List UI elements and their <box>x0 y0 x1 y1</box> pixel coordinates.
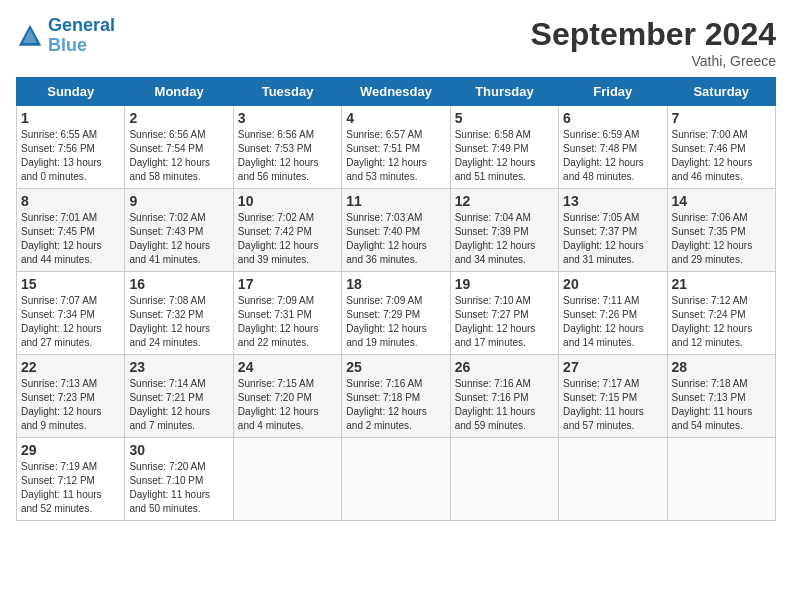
calendar-cell: 11Sunrise: 7:03 AMSunset: 7:40 PMDayligh… <box>342 189 450 272</box>
day-number: 30 <box>129 442 228 458</box>
calendar-cell: 3Sunrise: 6:56 AMSunset: 7:53 PMDaylight… <box>233 106 341 189</box>
calendar-week-5: 29Sunrise: 7:19 AMSunset: 7:12 PMDayligh… <box>17 438 776 521</box>
calendar-cell: 29Sunrise: 7:19 AMSunset: 7:12 PMDayligh… <box>17 438 125 521</box>
calendar-week-3: 15Sunrise: 7:07 AMSunset: 7:34 PMDayligh… <box>17 272 776 355</box>
day-info: Sunrise: 7:11 AMSunset: 7:26 PMDaylight:… <box>563 294 662 350</box>
calendar-cell: 8Sunrise: 7:01 AMSunset: 7:45 PMDaylight… <box>17 189 125 272</box>
calendar-cell: 10Sunrise: 7:02 AMSunset: 7:42 PMDayligh… <box>233 189 341 272</box>
weekday-header-sunday: Sunday <box>17 78 125 106</box>
day-number: 24 <box>238 359 337 375</box>
day-info: Sunrise: 6:56 AMSunset: 7:54 PMDaylight:… <box>129 128 228 184</box>
day-number: 18 <box>346 276 445 292</box>
day-info: Sunrise: 7:14 AMSunset: 7:21 PMDaylight:… <box>129 377 228 433</box>
day-info: Sunrise: 7:00 AMSunset: 7:46 PMDaylight:… <box>672 128 771 184</box>
page-header: GeneralBlue September 2024 Vathi, Greece <box>16 16 776 69</box>
calendar-cell: 27Sunrise: 7:17 AMSunset: 7:15 PMDayligh… <box>559 355 667 438</box>
day-info: Sunrise: 7:05 AMSunset: 7:37 PMDaylight:… <box>563 211 662 267</box>
calendar-cell: 30Sunrise: 7:20 AMSunset: 7:10 PMDayligh… <box>125 438 233 521</box>
day-info: Sunrise: 7:07 AMSunset: 7:34 PMDaylight:… <box>21 294 120 350</box>
day-info: Sunrise: 7:02 AMSunset: 7:42 PMDaylight:… <box>238 211 337 267</box>
day-number: 14 <box>672 193 771 209</box>
calendar-week-4: 22Sunrise: 7:13 AMSunset: 7:23 PMDayligh… <box>17 355 776 438</box>
calendar-cell: 5Sunrise: 6:58 AMSunset: 7:49 PMDaylight… <box>450 106 558 189</box>
calendar-cell: 21Sunrise: 7:12 AMSunset: 7:24 PMDayligh… <box>667 272 775 355</box>
calendar-cell: 1Sunrise: 6:55 AMSunset: 7:56 PMDaylight… <box>17 106 125 189</box>
day-number: 22 <box>21 359 120 375</box>
weekday-header-saturday: Saturday <box>667 78 775 106</box>
calendar-cell: 26Sunrise: 7:16 AMSunset: 7:16 PMDayligh… <box>450 355 558 438</box>
calendar-cell: 6Sunrise: 6:59 AMSunset: 7:48 PMDaylight… <box>559 106 667 189</box>
day-info: Sunrise: 7:16 AMSunset: 7:18 PMDaylight:… <box>346 377 445 433</box>
day-number: 9 <box>129 193 228 209</box>
day-number: 3 <box>238 110 337 126</box>
calendar-cell: 22Sunrise: 7:13 AMSunset: 7:23 PMDayligh… <box>17 355 125 438</box>
calendar-cell: 20Sunrise: 7:11 AMSunset: 7:26 PMDayligh… <box>559 272 667 355</box>
calendar-cell <box>233 438 341 521</box>
weekday-header-thursday: Thursday <box>450 78 558 106</box>
day-info: Sunrise: 7:15 AMSunset: 7:20 PMDaylight:… <box>238 377 337 433</box>
calendar-week-1: 1Sunrise: 6:55 AMSunset: 7:56 PMDaylight… <box>17 106 776 189</box>
calendar-cell <box>450 438 558 521</box>
day-info: Sunrise: 7:20 AMSunset: 7:10 PMDaylight:… <box>129 460 228 516</box>
day-number: 20 <box>563 276 662 292</box>
calendar-table: SundayMondayTuesdayWednesdayThursdayFrid… <box>16 77 776 521</box>
day-info: Sunrise: 7:06 AMSunset: 7:35 PMDaylight:… <box>672 211 771 267</box>
day-number: 26 <box>455 359 554 375</box>
day-info: Sunrise: 7:03 AMSunset: 7:40 PMDaylight:… <box>346 211 445 267</box>
day-info: Sunrise: 7:16 AMSunset: 7:16 PMDaylight:… <box>455 377 554 433</box>
day-info: Sunrise: 6:58 AMSunset: 7:49 PMDaylight:… <box>455 128 554 184</box>
weekday-header-tuesday: Tuesday <box>233 78 341 106</box>
day-info: Sunrise: 7:08 AMSunset: 7:32 PMDaylight:… <box>129 294 228 350</box>
calendar-cell <box>342 438 450 521</box>
day-info: Sunrise: 7:09 AMSunset: 7:31 PMDaylight:… <box>238 294 337 350</box>
day-info: Sunrise: 7:04 AMSunset: 7:39 PMDaylight:… <box>455 211 554 267</box>
day-info: Sunrise: 7:12 AMSunset: 7:24 PMDaylight:… <box>672 294 771 350</box>
calendar-cell: 13Sunrise: 7:05 AMSunset: 7:37 PMDayligh… <box>559 189 667 272</box>
day-number: 6 <box>563 110 662 126</box>
day-number: 29 <box>21 442 120 458</box>
day-number: 17 <box>238 276 337 292</box>
title-block: September 2024 Vathi, Greece <box>531 16 776 69</box>
day-info: Sunrise: 7:17 AMSunset: 7:15 PMDaylight:… <box>563 377 662 433</box>
day-number: 7 <box>672 110 771 126</box>
calendar-cell: 15Sunrise: 7:07 AMSunset: 7:34 PMDayligh… <box>17 272 125 355</box>
day-number: 21 <box>672 276 771 292</box>
day-info: Sunrise: 7:09 AMSunset: 7:29 PMDaylight:… <box>346 294 445 350</box>
day-info: Sunrise: 6:56 AMSunset: 7:53 PMDaylight:… <box>238 128 337 184</box>
calendar-week-2: 8Sunrise: 7:01 AMSunset: 7:45 PMDaylight… <box>17 189 776 272</box>
weekday-header-wednesday: Wednesday <box>342 78 450 106</box>
weekday-header-row: SundayMondayTuesdayWednesdayThursdayFrid… <box>17 78 776 106</box>
day-info: Sunrise: 6:55 AMSunset: 7:56 PMDaylight:… <box>21 128 120 184</box>
day-number: 16 <box>129 276 228 292</box>
calendar-cell: 18Sunrise: 7:09 AMSunset: 7:29 PMDayligh… <box>342 272 450 355</box>
day-number: 10 <box>238 193 337 209</box>
day-number: 19 <box>455 276 554 292</box>
calendar-cell: 2Sunrise: 6:56 AMSunset: 7:54 PMDaylight… <box>125 106 233 189</box>
day-info: Sunrise: 7:02 AMSunset: 7:43 PMDaylight:… <box>129 211 228 267</box>
calendar-cell: 16Sunrise: 7:08 AMSunset: 7:32 PMDayligh… <box>125 272 233 355</box>
calendar-cell: 25Sunrise: 7:16 AMSunset: 7:18 PMDayligh… <box>342 355 450 438</box>
month-title: September 2024 <box>531 16 776 53</box>
day-number: 11 <box>346 193 445 209</box>
calendar-cell: 9Sunrise: 7:02 AMSunset: 7:43 PMDaylight… <box>125 189 233 272</box>
day-number: 5 <box>455 110 554 126</box>
day-info: Sunrise: 7:10 AMSunset: 7:27 PMDaylight:… <box>455 294 554 350</box>
calendar-cell: 17Sunrise: 7:09 AMSunset: 7:31 PMDayligh… <box>233 272 341 355</box>
day-info: Sunrise: 6:57 AMSunset: 7:51 PMDaylight:… <box>346 128 445 184</box>
day-info: Sunrise: 7:18 AMSunset: 7:13 PMDaylight:… <box>672 377 771 433</box>
location: Vathi, Greece <box>531 53 776 69</box>
weekday-header-monday: Monday <box>125 78 233 106</box>
day-number: 8 <box>21 193 120 209</box>
day-number: 2 <box>129 110 228 126</box>
day-number: 23 <box>129 359 228 375</box>
day-info: Sunrise: 7:01 AMSunset: 7:45 PMDaylight:… <box>21 211 120 267</box>
calendar-cell <box>667 438 775 521</box>
calendar-cell: 19Sunrise: 7:10 AMSunset: 7:27 PMDayligh… <box>450 272 558 355</box>
calendar-cell: 12Sunrise: 7:04 AMSunset: 7:39 PMDayligh… <box>450 189 558 272</box>
day-number: 28 <box>672 359 771 375</box>
calendar-cell: 28Sunrise: 7:18 AMSunset: 7:13 PMDayligh… <box>667 355 775 438</box>
day-number: 12 <box>455 193 554 209</box>
day-info: Sunrise: 7:19 AMSunset: 7:12 PMDaylight:… <box>21 460 120 516</box>
day-number: 1 <box>21 110 120 126</box>
day-number: 25 <box>346 359 445 375</box>
